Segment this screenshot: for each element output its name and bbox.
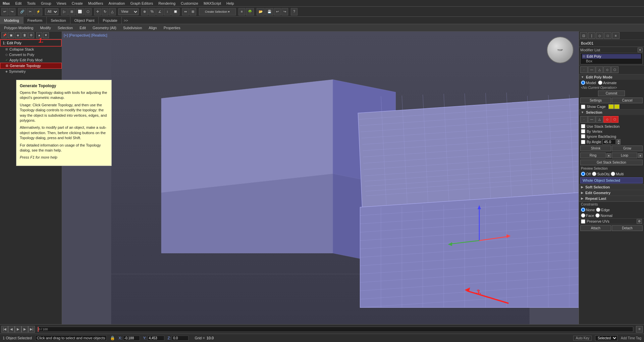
menu-item-create[interactable]: Create [69, 1, 86, 6]
open-btn[interactable]: 📂 [257, 8, 265, 15]
z-input[interactable] [172, 336, 189, 341]
submenu-geometry[interactable]: Geometry (All) [90, 25, 119, 31]
menu-item-group[interactable]: Group [38, 1, 54, 6]
sel-border-icon[interactable]: △ [596, 116, 603, 123]
menu-item-help[interactable]: Help [224, 1, 237, 6]
percent-snap-btn[interactable]: % [149, 8, 156, 15]
undo-scene-btn[interactable]: ↩ [274, 8, 281, 15]
rp-icon-5[interactable]: ≡ [612, 32, 620, 39]
use-stack-checkbox[interactable] [581, 124, 585, 128]
collapse-stack-item[interactable]: ⊞ Collapse Stack [0, 47, 62, 52]
modifier-edit-poly[interactable]: ⊟ Edit Poly [582, 54, 641, 59]
border-btn[interactable]: △ [596, 66, 603, 73]
sel-vertex-icon[interactable]: · [580, 116, 588, 123]
soft-selection-title[interactable]: ▶ Soft Selection [579, 184, 644, 190]
modifier-list-dropdown[interactable]: ▾ [638, 48, 643, 52]
viewport[interactable]: [+] [Perspective] [Realistic] TOP [62, 32, 579, 324]
preview-multi-label[interactable]: Multi [611, 172, 624, 176]
submenu-align[interactable]: Align [146, 25, 159, 31]
constraint-none-label[interactable]: None [581, 208, 595, 212]
menu-item-graph[interactable]: Graph Editors [127, 1, 156, 6]
constraint-face-radio[interactable] [581, 213, 585, 218]
next-frame-end-btn[interactable]: ▶| [28, 326, 35, 333]
view-dropdown[interactable]: View [118, 8, 139, 15]
constraint-face-label[interactable]: Face [581, 213, 594, 218]
mirror-btn[interactable]: ⇔ [182, 8, 189, 15]
angle-snap-btn[interactable]: ∠ [156, 8, 163, 15]
preview-off-label[interactable]: Off [581, 172, 591, 176]
prev-frame-start-btn[interactable]: |◀ [1, 326, 8, 333]
preserve-uvs-checkbox[interactable] [581, 219, 585, 224]
tabs-more[interactable]: >> [122, 17, 130, 23]
loop-up-btn[interactable]: ▲ [638, 153, 643, 158]
spinner-snap-btn[interactable]: ↕ [164, 8, 171, 15]
detach-btn[interactable]: Detach [612, 225, 643, 231]
use-pivot-btn[interactable]: ⊕ [141, 8, 148, 15]
angle-input[interactable] [602, 139, 616, 145]
tab-populate[interactable]: Populate [99, 17, 121, 24]
unlink-btn[interactable]: ✂ [27, 8, 34, 15]
commit-btn[interactable]: Commit [598, 91, 625, 96]
constraint-edge-label[interactable]: Edge [596, 208, 610, 212]
layer-mgr-btn[interactable]: ≡ [238, 8, 245, 15]
redo-scene-btn[interactable]: ↪ [281, 8, 288, 15]
move-btn[interactable]: ✛ [94, 8, 101, 15]
help-btn[interactable]: ? [291, 8, 298, 15]
angle-up-btn[interactable]: ▲ [616, 139, 621, 142]
by-angle-checkbox[interactable] [581, 140, 585, 144]
tab-modeling[interactable]: Modeling [0, 17, 23, 24]
rp-icon-1[interactable]: ⊡ [580, 32, 587, 39]
selection-section-title[interactable]: ▼ Selection [579, 110, 644, 115]
undo-btn[interactable]: ↩ [1, 8, 8, 15]
scale-btn[interactable]: △ [109, 8, 116, 15]
rotate-btn[interactable]: ↻ [102, 8, 108, 15]
x-input[interactable] [123, 336, 140, 341]
constraint-edge-radio[interactable] [596, 208, 600, 212]
sel-edge-icon[interactable]: — [588, 116, 595, 123]
remove-modifier-btn[interactable]: 🗑 [21, 32, 28, 38]
save-btn[interactable]: 💾 [265, 8, 273, 15]
select-link-btn[interactable]: 🔗 [18, 8, 26, 15]
apply-edit-poly-item[interactable]: ✓ Apply Edit Poly Mod [0, 57, 62, 63]
model-radio-label[interactable]: Model [581, 80, 596, 85]
convert-to-poly-item[interactable]: ◇ Convert to Poly [0, 52, 62, 57]
menu-item-tools[interactable]: Tools [24, 1, 38, 6]
vertex-btn[interactable]: · [580, 66, 588, 73]
preview-multi-radio[interactable] [611, 172, 615, 176]
next-frame-btn[interactable]: ▶ [21, 326, 28, 333]
angle-down-btn[interactable]: ▼ [616, 142, 621, 145]
auto-key-btn[interactable]: Auto Key [573, 336, 592, 341]
submenu-modify[interactable]: Modify [37, 25, 53, 31]
model-radio[interactable] [581, 80, 585, 85]
tab-object-paint[interactable]: Object Paint [70, 17, 99, 24]
play-btn[interactable]: ▶ [15, 326, 21, 333]
submenu-subdivision[interactable]: Subdivision [120, 25, 145, 31]
y-input[interactable] [148, 336, 164, 341]
scene-explorer-btn[interactable]: 🌳 [246, 8, 254, 15]
preview-subobj-radio[interactable] [592, 172, 596, 176]
prev-frame-btn[interactable]: ◀ [8, 326, 15, 333]
show-result-btn[interactable]: ▣ [8, 32, 14, 38]
time-config-btn[interactable]: ⚙ [636, 326, 643, 333]
select-lasso-btn[interactable]: ⬡ [85, 8, 92, 15]
attach-btn[interactable]: Attach [580, 225, 611, 231]
create-selection-dropdown[interactable]: Create Selection ▾ [199, 8, 236, 15]
menu-item-views[interactable]: Views [54, 1, 69, 6]
selected-dropdown[interactable]: Selected [595, 335, 618, 341]
animate-radio-label[interactable]: Animate [598, 80, 616, 85]
menu-item-edit[interactable]: Edit [12, 1, 24, 6]
symmetry-item[interactable]: ◈ Symmetry [0, 69, 62, 74]
menu-item-modifiers[interactable]: Modifiers [86, 1, 106, 6]
edge-btn[interactable]: — [588, 66, 595, 73]
filter-dropdown[interactable]: All [45, 8, 58, 15]
by-vertex-checkbox[interactable] [581, 129, 585, 133]
rp-icon-3[interactable]: ◇ [596, 32, 603, 39]
ignore-backfacing-checkbox[interactable] [581, 134, 585, 138]
menu-item-animation[interactable]: Animation [106, 1, 127, 6]
preview-off-radio[interactable] [581, 172, 585, 176]
settings-btn[interactable]: Settings [580, 98, 611, 103]
repeat-last-title[interactable]: ▶ Repeat Last [579, 196, 644, 201]
rp-icon-2[interactable]: | [588, 32, 595, 39]
constraint-none-radio[interactable] [581, 208, 585, 212]
preview-subobj-label[interactable]: SubObj [592, 172, 609, 176]
